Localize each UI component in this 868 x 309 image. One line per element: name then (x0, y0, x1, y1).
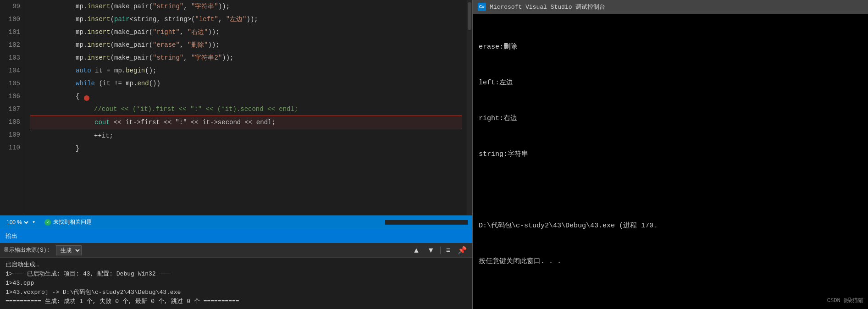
watermark: CSDN @朵猫猫 (827, 297, 863, 304)
line-num-104: 104 (5, 64, 20, 77)
main-container: 99 100 101 102 103 104 105 106 107 108 1… (0, 0, 868, 309)
bottom-area: 输出 显示输出来源(S): 生成 调试 ▲ ▼ ≡ 📌 已启动生成… (0, 229, 472, 309)
code-line-107: //cout << (*it).first << ":" << (*it).se… (30, 103, 462, 116)
bp-102 (30, 41, 37, 49)
editor-console-area: 99 100 101 102 103 104 105 106 107 108 1… (0, 0, 868, 309)
editor-scrollbar[interactable] (467, 0, 472, 215)
console-panel: C# Microsoft Visual Studio 调试控制台 erase:删… (472, 0, 868, 309)
line-num-110: 110 (5, 141, 20, 154)
bp-99 (30, 3, 37, 10)
bp-100 (30, 16, 37, 23)
code-text-100: mp.insert(pair<string, string>("left", "… (76, 13, 258, 26)
bp-110 (30, 145, 37, 152)
code-text-105: while (it != mp.end()) (76, 77, 160, 90)
output-line-5: ========== 生成: 成功 1 个, 失败 0 个, 最新 0 个, 跳… (6, 297, 467, 306)
code-line-104: auto it = mp.begin(); (30, 64, 462, 77)
code-line-108: cout << it->first << ":" << it->second <… (30, 116, 462, 129)
code-line-103: mp.insert(make_pair("string", "字符串2")); (30, 51, 462, 64)
code-area: 99 100 101 102 103 104 105 106 107 108 1… (0, 0, 472, 215)
toolbar-separator (440, 247, 441, 254)
console-blank (479, 184, 862, 196)
code-line-101: mp.insert(make_pair("right", "右边")); (30, 26, 462, 39)
output-line-4: 1>43.vcxproj -> D:\代码包\c-study2\43\Debug… (6, 288, 467, 297)
bp-107 (30, 105, 37, 113)
scrollbar-thumb[interactable] (468, 2, 471, 30)
code-text-109: ++it; (94, 129, 113, 142)
bp-101 (30, 28, 37, 36)
code-text-108: cout << it->first << ":" << it->second <… (94, 116, 276, 129)
line-num-103: 103 (5, 51, 20, 64)
zoom-item[interactable]: 100 % 75 % 125 % ▾ (5, 219, 35, 226)
scroll-up-button[interactable]: ▲ (411, 245, 422, 255)
console-line-4: string:字符串 (479, 149, 862, 160)
output-title: 输出 (6, 232, 17, 240)
output-line-3: 1>43.cpp (6, 279, 467, 288)
code-line-99: mp.insert(make_pair("string", "字符串")); (30, 0, 462, 13)
console-content[interactable]: erase:删除 left:左边 right:右边 string:字符串 D:\… (473, 14, 868, 309)
code-line-105: while (it != mp.end()) (30, 77, 462, 90)
scroll-down-button[interactable]: ▼ (426, 245, 437, 255)
console-line-3: right:右边 (479, 113, 862, 125)
status-bar: 100 % 75 % 125 % ▾ ✓ 未找到相关问题 (0, 215, 472, 229)
bp-104 (30, 67, 37, 74)
code-text-101: mp.insert(make_pair("right", "右边")); (76, 26, 220, 39)
console-line-2: left:左边 (479, 77, 862, 89)
code-line-109: ++it; (30, 129, 462, 142)
output-content: 已启动生成… 1>——— 已启动生成: 项目: 43, 配置: Debug Wi… (0, 258, 472, 309)
output-line-1: 已启动生成… (6, 260, 467, 270)
output-line-2: 1>——— 已启动生成: 项目: 43, 配置: Debug Win32 ——— (6, 270, 467, 279)
code-line-100: mp.insert(pair<string, string>("left", "… (30, 13, 462, 26)
output-header: 输出 (0, 229, 472, 243)
line-num-105: 105 (5, 77, 20, 90)
bp-105 (30, 80, 37, 87)
output-source-select[interactable]: 生成 调试 (56, 245, 82, 255)
code-content[interactable]: mp.insert(make_pair("string", "字符串")); m… (25, 0, 467, 215)
code-line-110: } (30, 142, 462, 155)
bp-106 (30, 93, 37, 100)
status-text: 未找到相关问题 (53, 218, 92, 226)
console-line-1: erase:删除 (479, 41, 862, 53)
console-path-line: D:\代码包\c-study2\43\Debug\43.exe (进程 170… (479, 220, 862, 232)
output-toolbar[interactable]: 显示输出来源(S): 生成 调试 ▲ ▼ ≡ 📌 (0, 243, 472, 258)
line-num-108: 108 (5, 116, 20, 128)
console-close-line: 按任意键关闭此窗口. . . (479, 256, 862, 268)
code-editor: 99 100 101 102 103 104 105 106 107 108 1… (0, 0, 472, 309)
console-title: Microsoft Visual Studio 调试控制台 (490, 3, 605, 11)
code-text-99: mp.insert(make_pair("string", "字符串")); (76, 0, 230, 13)
code-text-103: mp.insert(make_pair("string", "字符串2")); (76, 51, 234, 64)
no-issues-item: ✓ 未找到相关问题 (44, 218, 92, 226)
line-num-109: 109 (5, 128, 20, 141)
clear-output-button[interactable]: ≡ (444, 245, 452, 255)
code-text-104: auto it = mp.begin(); (76, 64, 156, 77)
line-num-102: 102 (5, 39, 20, 51)
line-num-99: 99 (5, 0, 20, 13)
code-text-110: } (76, 142, 79, 155)
bp-109 (30, 132, 37, 139)
code-text-106: { (76, 90, 79, 103)
bp-108 (30, 119, 38, 126)
zoom-dropdown-icon: ▾ (32, 219, 35, 226)
line-num-106: 106 (5, 90, 20, 103)
pin-output-button[interactable]: 📌 (456, 245, 469, 255)
line-num-101: 101 (5, 26, 20, 39)
output-source-label: 显示输出来源(S): (4, 246, 50, 254)
vs-icon: C# (478, 3, 486, 11)
code-line-102: mp.insert(make_pair("erase", "删除")); (30, 39, 462, 51)
minimap (385, 220, 468, 225)
zoom-select[interactable]: 100 % 75 % 125 % (5, 219, 30, 226)
console-title-bar: C# Microsoft Visual Studio 调试控制台 (473, 0, 868, 14)
line-num-107: 107 (5, 103, 20, 116)
code-text-102: mp.insert(make_pair("erase", "删除")); (76, 39, 220, 51)
code-line-106: { (30, 90, 462, 103)
code-text-107: //cout << (*it).first << ":" << (*it).se… (94, 103, 298, 116)
line-numbers: 99 100 101 102 103 104 105 106 107 108 1… (0, 0, 25, 215)
bp-103 (30, 54, 37, 61)
line-num-100: 100 (5, 13, 20, 26)
check-icon: ✓ (44, 219, 51, 226)
